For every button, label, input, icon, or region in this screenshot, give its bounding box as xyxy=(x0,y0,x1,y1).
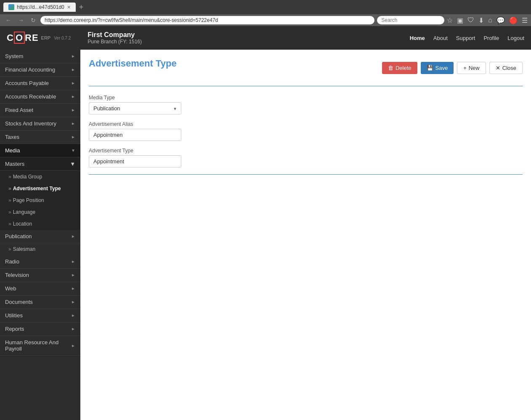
tab-close-button[interactable]: ✕ xyxy=(67,5,71,10)
sidebar-submenu-location[interactable]: » Location xyxy=(0,218,80,230)
address-bar: ← → ↻ ☆ ▣ 🛡 ⬇ ⌂ 💬 🔴 ☰ xyxy=(0,14,531,26)
addon-icon[interactable]: 🔴 xyxy=(509,16,518,24)
download-icon[interactable]: ⬇ xyxy=(478,16,484,24)
company-info: First Company Pune Branch (FY: 1516) xyxy=(88,31,142,45)
nav-support[interactable]: Support xyxy=(456,35,475,41)
new-tab-button[interactable]: + xyxy=(79,3,84,12)
save-icon: 💾 xyxy=(427,65,433,71)
sidebar-label-receivable: Accounts Receivable xyxy=(5,93,56,100)
media-type-select[interactable]: Publication Radio Television Web xyxy=(89,102,181,114)
sidebar-item-fixed-asset[interactable]: Fixed Asset ► xyxy=(0,104,80,117)
sidebar-item-publication[interactable]: Publication ► xyxy=(0,230,80,243)
sidebar-item-web[interactable]: Web ► xyxy=(0,282,80,295)
logo: CORE ERP Ver 0.7.2 xyxy=(7,32,71,43)
delete-button[interactable]: 🗑 Delete xyxy=(382,62,417,74)
submenu-prefix: » xyxy=(8,246,11,252)
back-button[interactable]: ← xyxy=(3,16,13,24)
content-area: Advertisement Type 🗑 Delete 💾 Save + New… xyxy=(80,50,531,420)
chevron-right-icon: ► xyxy=(71,327,75,331)
sidebar-item-television[interactable]: Television ► xyxy=(0,268,80,282)
chevron-right-icon: ► xyxy=(71,67,75,72)
sidebar-item-reports[interactable]: Reports ► xyxy=(0,322,80,336)
sidebar-submenu-advertisement-type[interactable]: » Advertisement Type xyxy=(0,183,80,194)
submenu-label-page-position: Page Position xyxy=(13,197,44,203)
trash-icon: 🗑 xyxy=(388,65,393,71)
media-type-label: Media Type xyxy=(89,95,523,101)
bookmark-icon[interactable]: ☆ xyxy=(447,16,453,24)
browser-tab[interactable]: https://d...e47d501d0 ✕ xyxy=(3,3,76,12)
main-layout: System ► Financial Accounting ► Accounts… xyxy=(0,50,531,420)
submenu-prefix: » xyxy=(8,197,11,203)
submenu-label-media-group: Media Group xyxy=(13,174,42,180)
content-toolbar: Advertisement Type 🗑 Delete 💾 Save + New… xyxy=(89,58,523,77)
reload-button[interactable]: ↻ xyxy=(29,16,38,24)
sidebar-submenu-masters: » Media Group » Advertisement Type » Pag… xyxy=(0,171,80,230)
new-button[interactable]: + New xyxy=(457,62,486,74)
submenu-label-advertisement-type: Advertisement Type xyxy=(13,186,61,191)
sidebar-label-documents: Documents xyxy=(5,299,33,305)
sidebar-item-taxes[interactable]: Taxes ► xyxy=(0,130,80,144)
sidebar-item-media[interactable]: Media ▼ xyxy=(0,144,80,157)
chevron-right-icon: ► xyxy=(71,259,75,264)
sidebar-item-receivable[interactable]: Accounts Receivable ► xyxy=(0,90,80,104)
sidebar-item-documents[interactable]: Documents ► xyxy=(0,295,80,309)
chevron-right-icon: ► xyxy=(71,121,75,126)
submenu-prefix: » xyxy=(8,209,11,215)
sidebar-item-financial[interactable]: Financial Accounting ► xyxy=(0,63,80,77)
forward-button[interactable]: → xyxy=(16,16,26,24)
nav-profile[interactable]: Profile xyxy=(483,35,499,41)
submenu-label-location: Location xyxy=(13,221,32,227)
sidebar-submenu-media-group[interactable]: » Media Group xyxy=(0,171,80,183)
ad-alias-input[interactable] xyxy=(89,129,181,141)
logo-erp: ERP xyxy=(41,35,51,40)
menu-icon[interactable]: ☰ xyxy=(522,16,528,24)
nav-logout[interactable]: Logout xyxy=(507,35,524,41)
sidebar-masters-section[interactable]: Masters ▼ xyxy=(0,157,80,171)
sidebar-label-media: Media xyxy=(5,147,20,154)
browser-toolbar-icons: ☆ ▣ 🛡 ⬇ ⌂ 💬 🔴 ☰ xyxy=(447,16,528,24)
close-button[interactable]: ✕ Close xyxy=(489,62,523,74)
ad-type-input[interactable] xyxy=(89,155,181,167)
chevron-right-icon: ► xyxy=(71,94,75,99)
media-type-select-wrapper: Publication Radio Television Web xyxy=(89,102,181,114)
sidebar-item-radio[interactable]: Radio ► xyxy=(0,255,80,268)
sidebar-label-television: Television xyxy=(5,272,29,278)
save-button[interactable]: 💾 Save xyxy=(421,62,454,74)
sidebar-item-payable[interactable]: Accounts Payable ► xyxy=(0,77,80,90)
company-branch: Pune Branch (FY: 1516) xyxy=(88,39,142,45)
search-input[interactable] xyxy=(377,16,444,24)
chevron-right-icon: ► xyxy=(71,286,75,291)
browser-chrome: https://d...e47d501d0 ✕ + xyxy=(0,0,531,14)
plus-icon: + xyxy=(463,65,467,71)
logo-version: Ver 0.7.2 xyxy=(54,36,71,40)
submenu-prefix: » xyxy=(8,186,11,191)
submenu-prefix: » xyxy=(8,174,11,180)
chevron-right-icon: ► xyxy=(71,234,75,239)
sidebar-label-hr: Human Resource And Payroll xyxy=(5,339,71,352)
sidebar-item-utilities[interactable]: Utilities ► xyxy=(0,309,80,322)
chevron-right-icon: ► xyxy=(71,300,75,304)
nav-about[interactable]: About xyxy=(433,35,448,41)
shield-icon[interactable]: 🛡 xyxy=(467,16,474,24)
sidebar-item-system[interactable]: System ► xyxy=(0,50,80,63)
ad-alias-label: Advertisement Alias xyxy=(89,121,523,127)
sidebar-submenu-language[interactable]: » Language xyxy=(0,206,80,218)
sidebar: System ► Financial Accounting ► Accounts… xyxy=(0,50,80,420)
sidebar-item-stocks[interactable]: Stocks And Inventory ► xyxy=(0,117,80,130)
sidebar-submenu-salesman[interactable]: » Salesman xyxy=(0,243,80,255)
chevron-right-icon: ► xyxy=(71,343,75,348)
delete-label: Delete xyxy=(396,65,412,71)
sidebar-item-hr[interactable]: Human Resource And Payroll ► xyxy=(0,336,80,356)
address-input[interactable] xyxy=(40,16,374,24)
chevron-right-icon: ► xyxy=(71,313,75,318)
chat-icon[interactable]: 💬 xyxy=(496,16,505,24)
sidebar-label-taxes: Taxes xyxy=(5,134,19,140)
sidebar-submenu-page-position[interactable]: » Page Position xyxy=(0,194,80,206)
sidebar-label-radio: Radio xyxy=(5,258,19,265)
chevron-right-icon: ► xyxy=(71,108,75,112)
logo-text: CORE xyxy=(7,32,39,43)
sidebar-label-system: System xyxy=(5,53,23,59)
nav-home[interactable]: Home xyxy=(410,35,425,41)
screenshot-icon[interactable]: ▣ xyxy=(457,16,463,24)
home-icon[interactable]: ⌂ xyxy=(488,16,492,24)
